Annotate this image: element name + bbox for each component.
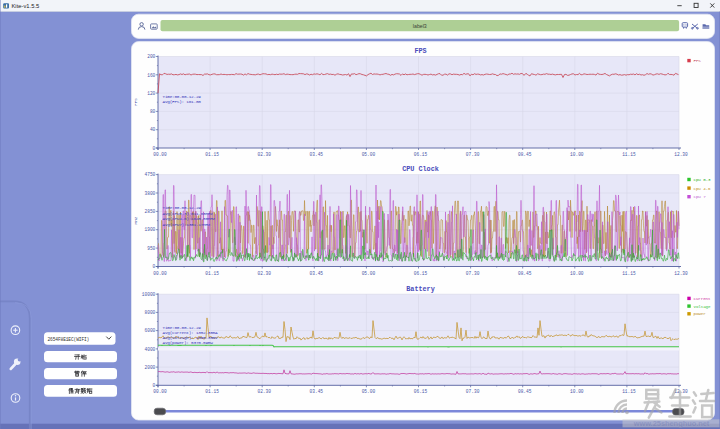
svg-text:10.00: 10.00 bbox=[570, 152, 584, 157]
svg-text:200: 200 bbox=[147, 54, 155, 59]
svg-text:06.15: 06.15 bbox=[414, 389, 428, 394]
svg-text:06.15: 06.15 bbox=[414, 271, 428, 276]
svg-text:00.00: 00.00 bbox=[153, 389, 167, 394]
svg-text:00.00: 00.00 bbox=[153, 152, 167, 157]
svg-text:power: power bbox=[694, 312, 707, 316]
svg-text:06.15: 06.15 bbox=[414, 152, 428, 157]
svg-text:07.30: 07.30 bbox=[466, 389, 480, 394]
svg-text:Time:00.00-12.29: Time:00.00-12.29 bbox=[163, 205, 202, 210]
svg-text:Time:00.00-12.29: Time:00.00-12.29 bbox=[163, 94, 202, 99]
svg-text:CPU Clock: CPU Clock bbox=[402, 165, 439, 173]
svg-text:2654F8E1EC(WIFI): 2654F8E1EC(WIFI) bbox=[48, 337, 90, 342]
svg-text:current: current bbox=[694, 297, 711, 301]
svg-text:07.30: 07.30 bbox=[466, 271, 480, 276]
svg-text:FPS: FPS bbox=[133, 98, 138, 106]
svg-text:Avg(CPU4-6):1645.80MHz: Avg(CPU4-6):1645.80MHz bbox=[163, 216, 216, 221]
svg-text:01.15: 01.15 bbox=[205, 389, 219, 394]
svg-text:2000: 2000 bbox=[144, 365, 155, 370]
svg-text:MHz: MHz bbox=[133, 216, 138, 224]
svg-text:05.00: 05.00 bbox=[362, 389, 376, 394]
svg-text:0: 0 bbox=[153, 264, 156, 269]
svg-text:02.30: 02.30 bbox=[257, 389, 271, 394]
svg-text:11.15: 11.15 bbox=[622, 389, 636, 394]
svg-text:0: 0 bbox=[153, 383, 156, 388]
svg-text:10.00: 10.00 bbox=[570, 389, 584, 394]
svg-text:02.30: 02.30 bbox=[257, 152, 271, 157]
svg-text:03.45: 03.45 bbox=[310, 271, 324, 276]
svg-text:Avg(FPS): 161.00: Avg(FPS): 161.00 bbox=[163, 99, 202, 104]
svg-text:10000: 10000 bbox=[142, 292, 156, 297]
svg-text:1900: 1900 bbox=[144, 227, 155, 232]
svg-text:12.30: 12.30 bbox=[674, 152, 688, 157]
svg-text:2850: 2850 bbox=[144, 209, 155, 214]
svg-text:Kite-v1.5.5: Kite-v1.5.5 bbox=[12, 3, 40, 9]
svg-text:03.45: 03.45 bbox=[310, 152, 324, 157]
svg-text:cpu 4-6: cpu 4-6 bbox=[694, 187, 711, 191]
svg-text:4000: 4000 bbox=[144, 347, 155, 352]
svg-text:08.45: 08.45 bbox=[518, 271, 532, 276]
svg-text:10.00: 10.00 bbox=[570, 271, 584, 276]
svg-text:FPS: FPS bbox=[414, 47, 426, 55]
svg-text:Battery: Battery bbox=[406, 285, 435, 293]
svg-text:FPS: FPS bbox=[694, 59, 702, 63]
svg-text:3800: 3800 bbox=[144, 191, 155, 196]
svg-text:Avg(CPU7):1381.17MHz: Avg(CPU7):1381.17MHz bbox=[163, 222, 211, 227]
svg-text:08.45: 08.45 bbox=[518, 389, 532, 394]
svg-text:www.25shenghuo.net: www.25shenghuo.net bbox=[633, 419, 710, 428]
svg-text:cpu 7: cpu 7 bbox=[694, 195, 707, 199]
svg-text:03.45: 03.45 bbox=[310, 389, 324, 394]
svg-text:05.00: 05.00 bbox=[362, 271, 376, 276]
svg-text:11.15: 11.15 bbox=[622, 271, 636, 276]
svg-text:950: 950 bbox=[147, 246, 155, 251]
svg-text:05.00: 05.00 bbox=[362, 152, 376, 157]
svg-text:6000: 6000 bbox=[144, 328, 155, 333]
svg-text:12.30: 12.30 bbox=[674, 271, 688, 276]
svg-text:00.00: 00.00 bbox=[153, 271, 167, 276]
svg-text:0: 0 bbox=[153, 146, 156, 151]
svg-text:40: 40 bbox=[150, 127, 156, 132]
svg-text:07.30: 07.30 bbox=[466, 152, 480, 157]
svg-text:80: 80 bbox=[150, 109, 156, 114]
svg-text:08.45: 08.45 bbox=[518, 152, 532, 157]
svg-text:Avg(CPU0-3):611.63MHz: Avg(CPU0-3):611.63MHz bbox=[163, 211, 214, 216]
svg-text:02.30: 02.30 bbox=[257, 271, 271, 276]
svg-text:160: 160 bbox=[147, 73, 155, 78]
svg-text:Avg(power): 5370.59mW: Avg(power): 5370.59mW bbox=[163, 340, 214, 345]
svg-text:voltage: voltage bbox=[694, 305, 711, 309]
svg-text:120: 120 bbox=[147, 91, 155, 96]
svg-text:cpu 0-3: cpu 0-3 bbox=[694, 178, 711, 182]
svg-text:4750: 4750 bbox=[144, 172, 155, 177]
svg-text:label3: label3 bbox=[413, 23, 427, 29]
svg-text:8000: 8000 bbox=[144, 310, 155, 315]
svg-text:01.15: 01.15 bbox=[205, 152, 219, 157]
svg-text:11.15: 11.15 bbox=[622, 152, 636, 157]
svg-text:01.15: 01.15 bbox=[205, 271, 219, 276]
